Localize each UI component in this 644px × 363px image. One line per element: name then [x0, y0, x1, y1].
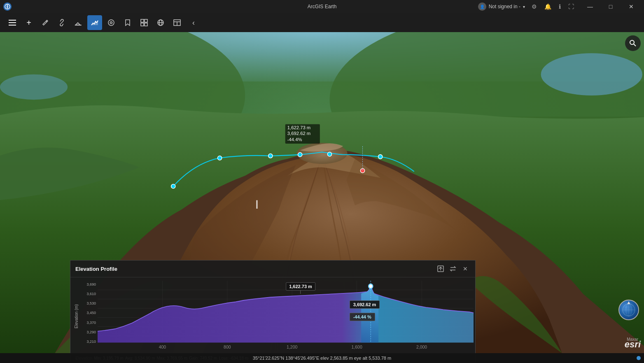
- titlebar-controls: 👤 Not signed in - ▾ ⚙ 🔔 ℹ ⛶ — □ ✕: [478, 0, 641, 13]
- close-button[interactable]: ✕: [622, 0, 641, 13]
- settings-icon[interactable]: ⚙: [530, 2, 539, 11]
- toolbar: + ‹: [0, 13, 644, 32]
- svg-rect-9: [141, 23, 144, 26]
- app-title: ArcGIS Earth: [308, 4, 337, 9]
- globe-widget: ▲: [618, 300, 639, 320]
- notification-icon[interactable]: 🔔: [543, 2, 553, 11]
- search-button[interactable]: [625, 35, 641, 51]
- svg-point-21: [0, 74, 68, 100]
- tooltip-distance: 1,622.73 m: [289, 284, 312, 289]
- svg-point-25: [268, 154, 273, 158]
- signin-chevron: ▾: [523, 5, 525, 9]
- y-tick-3: 3,530: [84, 301, 96, 305]
- svg-text:400: 400: [159, 344, 166, 349]
- svg-point-36: [630, 40, 634, 44]
- y-tick-7: 3,210: [84, 340, 96, 344]
- eraser-button[interactable]: [71, 15, 86, 30]
- svg-point-27: [327, 152, 331, 156]
- svg-text:800: 800: [224, 344, 231, 349]
- svg-text:1,622.73 m: 1,622.73 m: [287, 125, 310, 130]
- draw-pencil-button[interactable]: [38, 15, 53, 30]
- titlebar-left: [3, 2, 12, 11]
- svg-text:3,692.62 m: 3,692.62 m: [287, 131, 310, 136]
- bookmark-button[interactable]: [120, 15, 135, 30]
- tooltip-elevation-callout: 3,692.62 m: [350, 300, 380, 309]
- svg-rect-2: [9, 22, 16, 23]
- svg-point-57: [369, 284, 373, 289]
- close-panel-button[interactable]: ✕: [460, 264, 470, 274]
- elevation-profile-panel: Elevation Profile ✕ Elevation (m) 3,690 …: [70, 260, 476, 363]
- tooltip-slope-callout: -44.44 %: [350, 313, 375, 321]
- layout-button[interactable]: [170, 15, 184, 30]
- elevation-profile-button[interactable]: [87, 15, 102, 30]
- north-arrow: ▲: [626, 300, 631, 305]
- svg-rect-10: [145, 23, 147, 26]
- status-bar: 35°21'22.625"N 138°45'26.495"E elev 2,56…: [0, 353, 644, 363]
- svg-line-37: [634, 44, 636, 46]
- svg-line-4: [61, 22, 63, 23]
- globe-navigation[interactable]: ▲: [618, 300, 639, 320]
- export-button[interactable]: [436, 264, 446, 274]
- y-axis-ticks: 3,690 3,610 3,530 3,450 3,370 3,290 3,21…: [82, 281, 98, 352]
- app-icon: [3, 2, 12, 11]
- y-tick-4: 3,450: [84, 311, 96, 315]
- maximize-button[interactable]: □: [601, 0, 620, 13]
- menu-button[interactable]: [5, 15, 20, 30]
- svg-rect-8: [145, 19, 147, 22]
- svg-rect-1: [9, 20, 16, 21]
- fullscreen-icon[interactable]: ⛶: [567, 2, 576, 11]
- y-tick-1: 3,690: [84, 282, 96, 286]
- svg-text:-44.4%: -44.4%: [287, 137, 302, 142]
- chain-link-button[interactable]: [54, 15, 69, 30]
- svg-point-26: [298, 153, 302, 157]
- svg-text:2,000: 2,000: [416, 344, 427, 349]
- info-icon[interactable]: ℹ: [557, 2, 562, 11]
- svg-point-24: [218, 156, 222, 160]
- svg-point-28: [378, 155, 383, 159]
- elevation-chart-area: Elevation (m) 3,690 3,610 3,530 3,450 3,…: [70, 277, 475, 354]
- coordinates-text: 35°21'22.625"N 138°45'26.495"E elev 2,56…: [253, 356, 391, 361]
- status-indicator: [637, 356, 641, 360]
- y-tick-5: 3,370: [84, 321, 96, 325]
- mask-button[interactable]: [104, 15, 119, 30]
- svg-point-23: [171, 184, 175, 188]
- y-axis-label: Elevation (m): [70, 281, 82, 352]
- minimize-button[interactable]: —: [581, 0, 600, 13]
- collapse-toolbar-button[interactable]: ‹: [186, 15, 201, 30]
- svg-text:1,200: 1,200: [287, 344, 297, 349]
- globe-button[interactable]: [153, 15, 168, 30]
- elevation-panel-title: Elevation Profile: [75, 266, 117, 272]
- tooltip-distance-callout: 1,622.73 m: [286, 282, 315, 294]
- header-icons: ⚙ 🔔 ℹ ⛶: [530, 2, 576, 11]
- tooltip-elevation: 3,692.62 m: [353, 302, 376, 307]
- add-button[interactable]: +: [21, 15, 36, 30]
- svg-rect-7: [141, 19, 144, 22]
- elevation-chart[interactable]: 400 800 1,200 1,600 2,000 Distance (2,31…: [98, 281, 474, 352]
- svg-rect-3: [9, 25, 16, 26]
- elevation-panel-header: Elevation Profile ✕: [70, 261, 475, 277]
- signin-text: Not signed in -: [489, 4, 520, 9]
- panel-header-buttons: ✕: [436, 264, 470, 274]
- tooltip-slope: -44.44 %: [353, 314, 371, 319]
- user-icon: 👤: [478, 2, 486, 11]
- titlebar: ArcGIS Earth 👤 Not signed in - ▾ ⚙ 🔔 ℹ ⛶…: [0, 0, 644, 13]
- swap-button[interactable]: [448, 264, 458, 274]
- esri-logo: esri: [625, 339, 641, 350]
- svg-point-20: [541, 53, 642, 95]
- y-tick-6: 3,290: [84, 330, 96, 334]
- svg-point-6: [110, 21, 112, 24]
- grid-button[interactable]: [137, 15, 152, 30]
- y-tick-2: 3,610: [84, 292, 96, 296]
- signin-area[interactable]: 👤 Not signed in - ▾: [478, 2, 525, 11]
- svg-text:1,600: 1,600: [352, 344, 362, 349]
